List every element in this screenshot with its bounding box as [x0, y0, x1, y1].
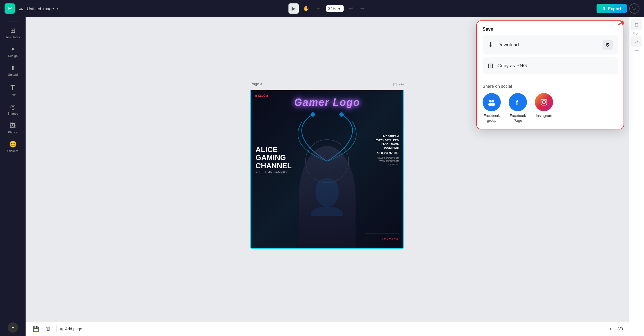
zoom-level: 34% — [328, 6, 336, 11]
undo-redo-group: ↩ ↪ — [346, 3, 367, 14]
canvas-name-line3: CHANNEL — [255, 161, 292, 170]
copy-png-label: Copy as PNG — [497, 63, 613, 69]
canvas-contact: HELLO@CAPCUT.COMWWW.CAPCUT.COM@CAPCUT — [376, 156, 399, 166]
copy-png-option[interactable]: ⊡ Copy as PNG — [483, 57, 618, 74]
page-more-icon[interactable]: ••• — [399, 82, 404, 87]
canvas-line-left — [255, 157, 278, 157]
design-canvas[interactable]: 👤 ◈ CapCut Gamer Logo ALICE GAMING CHANN… — [250, 90, 404, 249]
sidebar-item-stickers[interactable]: 😊 Stickers — [2, 138, 24, 156]
canvas-right-text: LIVE STREAMEVERY DAY! LET'SPLAY A GAMETO… — [376, 135, 399, 166]
canvas-live-text: LIVE STREAMEVERY DAY! LET'SPLAY A GAMETO… — [376, 135, 399, 150]
export-icon: ⬆ — [602, 6, 606, 11]
facebook-group-label: Facebookgroup — [483, 114, 500, 123]
facebook-page-item[interactable]: f FacebookPage — [509, 93, 527, 123]
shield-icon: 🛡 — [632, 6, 637, 11]
background-icon: ⊡ — [635, 22, 638, 28]
instagram-circle — [535, 93, 553, 111]
download-option[interactable]: ⬇ Download ⚙ — [483, 35, 618, 54]
delete-button[interactable]: 🗑 — [44, 324, 53, 333]
add-page-label: Add page — [65, 327, 82, 331]
topbar-center-tools: ▶ ✋ ⊟ 34% ▼ ↩ ↪ — [63, 3, 593, 14]
save-frame-button[interactable]: 💾 — [31, 324, 40, 333]
copy-png-icon: ⊡ — [488, 62, 493, 70]
add-page-button[interactable]: ⊞ Add page — [60, 327, 82, 331]
canvas-name-line1: ALICE — [255, 145, 292, 154]
canvas-subtitle: FULL TIME GAMERS — [255, 171, 292, 174]
canvas-line-right — [376, 157, 399, 157]
sidebar-item-label: Shapes — [7, 112, 18, 115]
redo-button[interactable]: ↪ — [357, 3, 367, 14]
resize-label: size — [634, 49, 639, 52]
facebook-group-circle — [483, 93, 501, 111]
select-tool-button[interactable]: ▶ — [288, 3, 299, 14]
sidebar: ⊞ Templates ✦ Design ⬆ Upload T Text ◎ S… — [0, 17, 26, 336]
canvas-logo-mark: ◈ CapCut — [255, 94, 268, 97]
sidebar-item-label: Photos — [8, 131, 18, 134]
shield-button[interactable]: 🛡 — [629, 3, 639, 14]
share-section-title: Share on social — [483, 84, 618, 89]
resize-panel-button[interactable]: ⤢ — [631, 36, 642, 47]
background-label: bkgr... — [633, 32, 640, 35]
sidebar-bottom: ▾ — [8, 322, 18, 333]
page-indicator: 3/3 — [618, 327, 623, 331]
sidebar-item-upload[interactable]: ⬆ Upload — [2, 62, 24, 79]
instagram-label: Instagram — [536, 114, 552, 118]
zoom-caret-icon: ▼ — [337, 6, 341, 11]
facebook-page-label: FacebookPage — [510, 114, 526, 123]
canvas-title: Gamer Logo — [294, 96, 360, 108]
instagram-item[interactable]: Instagram — [535, 93, 553, 118]
sidebar-item-shapes[interactable]: ◎ Shapes — [2, 100, 24, 118]
sidebar-item-label: Text — [10, 93, 16, 96]
photos-icon: 🖼 — [10, 122, 16, 129]
sidebar-item-label: Stickers — [7, 149, 18, 153]
sidebar-collapse-button[interactable]: ▾ — [8, 322, 18, 333]
svg-point-2 — [339, 112, 344, 117]
sidebar-item-design[interactable]: ✦ Design — [2, 43, 24, 60]
sidebar-item-templates[interactable]: ⊞ Templates — [2, 24, 24, 42]
sidebar-item-label: Templates — [6, 35, 20, 39]
sidebar-item-text[interactable]: T Text — [2, 80, 24, 99]
document-title: Untitled image — [27, 6, 54, 11]
download-label: Download — [497, 42, 599, 48]
export-dropdown-panel: Save ⬇ Download ⚙ ⊡ Copy as PNG Share on… — [476, 20, 624, 129]
page-container: Page 3 ⊡ ••• — [250, 90, 404, 249]
cloud-icon: ☁ — [18, 5, 23, 12]
sidebar-item-photos[interactable]: 🖼 Photos — [2, 119, 24, 137]
hand-tool-button[interactable]: ✋ — [301, 3, 311, 14]
sidebar-item-label: Design — [8, 54, 18, 58]
document-title-area[interactable]: Untitled image ▼ — [27, 6, 59, 11]
canvas-person-figure: 👤 — [299, 146, 356, 248]
save-section-title: Save — [483, 27, 618, 32]
page-label: Page 3 — [250, 82, 262, 86]
zoom-button[interactable]: 34% ▼ — [326, 5, 344, 12]
topbar-right-area: ⬆ Export 🛡 — [597, 3, 639, 14]
facebook-page-circle: f — [509, 93, 527, 111]
shapes-icon: ◎ — [10, 103, 16, 111]
facebook-group-item[interactable]: Facebookgroup — [483, 93, 501, 123]
undo-button[interactable]: ↩ — [346, 3, 356, 14]
sidebar-item-label: Upload — [8, 73, 18, 76]
design-icon: ✦ — [10, 46, 15, 53]
title-caret-icon: ▼ — [56, 7, 59, 10]
templates-icon: ⊞ — [10, 27, 15, 34]
page-icons: ⊡ ••• — [393, 82, 404, 87]
background-panel-button[interactable]: ⊡ — [631, 19, 642, 30]
download-settings-button[interactable]: ⚙ — [603, 40, 613, 50]
canvas-left-text: ALICE GAMING CHANNEL FULL TIME GAMERS — [255, 145, 292, 174]
svg-point-6 — [491, 103, 495, 106]
svg-point-4 — [492, 100, 494, 102]
export-label: Export — [608, 6, 621, 11]
export-divider — [483, 79, 618, 79]
svg-text:f: f — [516, 99, 518, 106]
layout-tool-button[interactable]: ⊟ — [313, 3, 324, 14]
text-icon: T — [11, 83, 15, 92]
svg-point-10 — [545, 100, 546, 101]
canvas-subscribe: SUBSCRIBE — [376, 151, 399, 155]
bottom-bar: 💾 🗑 ⊞ Add page ‹ 3/3 — [26, 321, 629, 336]
canvas-name-line2: GAMING — [255, 154, 292, 162]
page-back-button[interactable]: ‹ — [606, 324, 615, 333]
svg-point-1 — [311, 112, 315, 117]
topbar: ✂ ☁ Untitled image ▼ ▶ ✋ ⊟ 34% ▼ ↩ ↪ ⬆ E… — [0, 0, 644, 17]
upload-icon: ⬆ — [10, 64, 15, 72]
export-button[interactable]: ⬆ Export — [597, 4, 627, 13]
